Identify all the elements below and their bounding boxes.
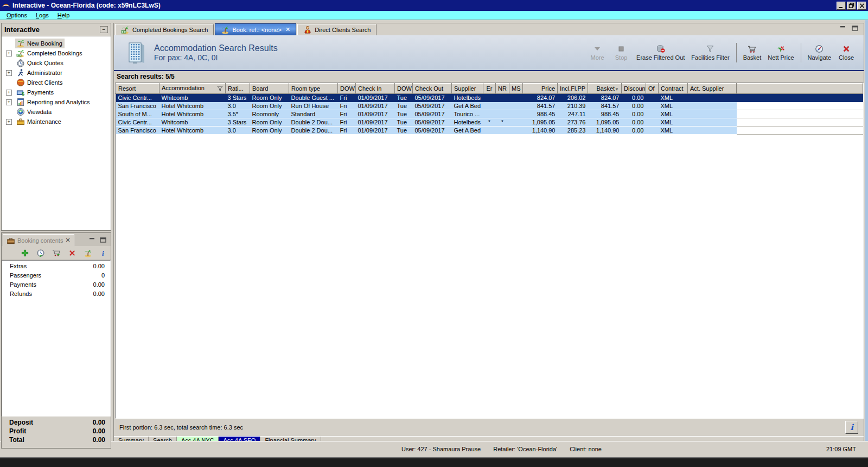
tab-direct-clients-search[interactable]: Direct Clients Search xyxy=(297,24,376,35)
expand-icon[interactable]: + xyxy=(6,99,12,105)
column-header-resort[interactable]: Resort xyxy=(116,84,159,94)
booking-contents-row-passengers[interactable]: Passengers0 xyxy=(2,272,110,281)
column-header-board[interactable]: Board xyxy=(250,84,289,94)
sidebar-item-new-booking[interactable]: New Booking xyxy=(2,39,111,48)
palm-tree-icon xyxy=(16,39,25,48)
sidebar-item-label: Quick Quotes xyxy=(27,60,63,66)
window-restore-button[interactable] xyxy=(847,2,856,10)
tabstrip-maximize-icon[interactable] xyxy=(852,26,858,31)
table-cell: Roomonly xyxy=(250,110,289,118)
column-header-room-type[interactable]: Room type xyxy=(289,84,338,94)
booking-contents-row-refunds[interactable]: Refunds0.00 xyxy=(2,290,110,299)
column-header-of[interactable]: Of xyxy=(646,84,659,94)
expand-icon[interactable]: + xyxy=(6,70,12,76)
menu-item-options[interactable]: Options xyxy=(2,11,31,19)
total-value: 0.00 xyxy=(93,419,105,427)
expand-icon[interactable]: + xyxy=(6,119,12,125)
column-header-incl-fl-pp[interactable]: Incl.Fl.PP xyxy=(558,84,588,94)
toolbar-button-facilities-filter[interactable]: Facilities Filter xyxy=(688,43,732,62)
column-header-rati[interactable]: Rati... xyxy=(226,84,250,94)
column-header-accommodation[interactable]: Accommodation xyxy=(159,84,226,94)
toolbar-button-navigate[interactable]: Navigate xyxy=(805,43,834,62)
column-header-check-out[interactable]: Check Out xyxy=(413,84,452,94)
table-cell: Civic Centr... xyxy=(116,118,159,127)
window-minimize-button[interactable] xyxy=(837,2,846,10)
table-cell xyxy=(496,102,509,110)
tab-completed-bookings-search[interactable]: Completed Bookings Search xyxy=(115,24,214,35)
window-close-button[interactable] xyxy=(857,2,866,10)
filter-funnel-icon[interactable] xyxy=(217,86,223,92)
booking-contents-tab[interactable]: Booking contents ✕ xyxy=(3,234,74,246)
report-icon xyxy=(16,98,25,106)
toolbar-button-basket[interactable]: Basket xyxy=(740,43,765,62)
column-header-discount[interactable]: Discount xyxy=(622,84,646,94)
table-row[interactable]: San FranciscoHotel Whitcomb3.0Room OnlyR… xyxy=(116,102,863,110)
booking-contents-row-payments[interactable]: Payments0.00 xyxy=(2,281,110,290)
stopwatch-icon xyxy=(16,59,25,67)
column-header-basket[interactable]: Basket▼ xyxy=(588,84,622,94)
column-header-check-in[interactable]: Check In xyxy=(356,84,395,94)
sidebar-item-viewdata[interactable]: Viewdata xyxy=(2,107,111,117)
table-cell: San Francisco xyxy=(116,127,159,135)
table-row[interactable]: Civic Centr...Whitcomb3 StarsRoom OnlyDo… xyxy=(116,94,863,102)
column-header-dow[interactable]: DOW xyxy=(395,84,413,94)
table-cell xyxy=(688,102,737,110)
table-row[interactable]: Civic Centr...Whitcomb3 StarsRoom OnlyDo… xyxy=(116,118,863,127)
table-cell xyxy=(496,127,509,135)
table-row[interactable]: South of M...Hotel Whitcomb3.5*RoomonlyS… xyxy=(116,110,863,118)
palm-tree-icon[interactable] xyxy=(84,249,92,257)
search-timing-text: First portion: 6.3 sec, total search tim… xyxy=(119,424,243,431)
delete-icon[interactable] xyxy=(68,249,76,257)
add-icon[interactable] xyxy=(21,249,29,257)
booking-contents-close-icon[interactable]: ✕ xyxy=(65,237,70,244)
column-header-act-supplier[interactable]: Act. Supplier xyxy=(688,84,737,94)
booking-row-label: Passengers xyxy=(10,272,41,280)
sidebar-item-administrator[interactable]: +Administrator xyxy=(2,68,111,78)
tab-book-ref-none[interactable]: Book. ref.: <none>✕ xyxy=(215,23,296,35)
table-cell: 3.0 xyxy=(226,127,250,135)
table-cell: Hotel Whitcomb xyxy=(159,102,226,110)
column-header-nr[interactable]: NR xyxy=(496,84,509,94)
menu-item-help[interactable]: Help xyxy=(53,11,74,19)
refresh-clock-icon[interactable] xyxy=(36,249,45,257)
table-cell: Fri xyxy=(338,127,356,135)
booking-panel-maximize-icon[interactable] xyxy=(100,237,106,243)
toolbar-button-nett-price[interactable]: Nett Price xyxy=(764,43,797,62)
sidebar-item-reporting-and-analytics[interactable]: +Reporting and Analytics xyxy=(2,97,111,107)
table-cell-filler xyxy=(737,102,863,110)
table-cell: Double 2 Dou... xyxy=(289,127,338,135)
cart-add-icon[interactable] xyxy=(52,249,61,257)
table-cell: Tue xyxy=(395,94,413,102)
column-header-supplier[interactable]: Supplier xyxy=(452,84,483,94)
toolbar-button-label: Nett Price xyxy=(768,54,794,61)
booking-total-total: Total0.00 xyxy=(9,436,105,445)
column-header-er[interactable]: Er xyxy=(483,84,496,94)
tabstrip-minimize-icon[interactable] xyxy=(840,26,846,31)
table-row[interactable]: San FranciscoHotel Whitcomb3.0Room OnlyD… xyxy=(116,127,863,135)
toolbar-button-erase-filtered-out[interactable]: Erase Filtered Out xyxy=(633,43,688,62)
info-button[interactable]: i xyxy=(845,421,858,434)
booking-contents-row-extras[interactable]: Extras0.00 xyxy=(2,262,110,272)
sidebar-item-maintenance[interactable]: +Maintenance xyxy=(2,117,111,127)
sidebar-item-quick-quotes[interactable]: Quick Quotes xyxy=(2,58,111,68)
sidebar-item-completed-bookings[interactable]: +Completed Bookings xyxy=(2,48,111,58)
column-header-price[interactable]: Price xyxy=(523,84,558,94)
column-header-contract[interactable]: Contract xyxy=(659,84,688,94)
tab-close-icon[interactable]: ✕ xyxy=(285,26,290,33)
table-cell: 3.0 xyxy=(226,102,250,110)
booking-panel-minimize-icon[interactable] xyxy=(89,237,95,243)
sidebar-item-direct-clients[interactable]: Direct Clients xyxy=(2,78,111,87)
expand-icon[interactable]: + xyxy=(6,90,12,96)
table-cell: Hotel Whitcomb xyxy=(159,110,226,118)
menu-item-logs[interactable]: Logs xyxy=(31,11,53,19)
column-header-dow[interactable]: DOW xyxy=(338,84,356,94)
sidebar-item-label: Viewdata xyxy=(27,109,52,115)
column-header-ms[interactable]: MS xyxy=(509,84,523,94)
sidebar-item-payments[interactable]: +$Payments xyxy=(2,87,111,97)
table-cell xyxy=(646,94,659,102)
table-cell: 01/09/2017 xyxy=(356,94,395,102)
expand-icon[interactable]: + xyxy=(6,51,12,56)
toolbar-button-close[interactable]: Close xyxy=(834,43,858,62)
sidebar-collapse-button[interactable]: − xyxy=(100,26,108,33)
info-icon[interactable]: i xyxy=(99,249,108,257)
